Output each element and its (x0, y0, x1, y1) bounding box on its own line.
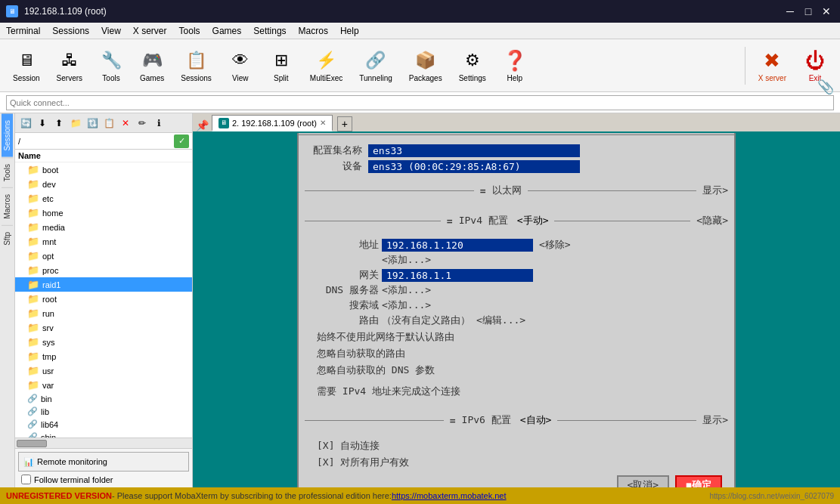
menu-settings[interactable]: Settings (247, 23, 292, 39)
ipv6-label[interactable]: IPv6 配置 (462, 413, 511, 427)
ipv4-label[interactable]: IPv4 配置 (459, 214, 508, 227)
tree-item-name: raid1 (42, 280, 60, 289)
menu-sessions[interactable]: Sessions (46, 23, 95, 39)
tree-item-var[interactable]: 📁 var (15, 378, 192, 392)
quick-connect-input[interactable] (6, 95, 834, 110)
tree-item-raid1[interactable]: 📁 raid1 (15, 277, 192, 292)
tools-button[interactable]: 🔧 Tools (92, 45, 130, 86)
tab-add-button[interactable]: + (337, 116, 352, 131)
copy-button[interactable]: 📋 (101, 116, 116, 131)
tree-item-lib64[interactable]: 🔗 lib64 (15, 418, 192, 431)
menu-macros[interactable]: Macros (293, 23, 334, 39)
refresh-button[interactable]: 🔄 (18, 116, 33, 131)
tree-item-boot[interactable]: 📁 boot (15, 162, 192, 177)
folder-icon: 📁 (27, 365, 39, 376)
servers-button[interactable]: 🖧 Servers (50, 45, 89, 86)
tree-item-lib[interactable]: 🔗 lib (15, 405, 192, 418)
follow-folder-checkbox[interactable] (21, 475, 31, 484)
gateway-value[interactable]: 192.168.1.1 (382, 269, 533, 282)
tab-main[interactable]: 🖥 2. 192.168.1.109 (root) ✕ (212, 115, 333, 131)
minimize-button[interactable]: ─ (783, 4, 798, 19)
session-button[interactable]: 🖥 Session (6, 45, 47, 86)
packages-button[interactable]: 📦 Packages (402, 45, 449, 86)
tree-item-media[interactable]: 📁 media (15, 220, 192, 234)
tree-item-etc[interactable]: 📁 etc (15, 191, 192, 206)
checkbox1[interactable]: 始终不使用此网络于默认认路由 (317, 331, 454, 342)
download-button[interactable]: ⬇ (35, 116, 50, 131)
tree-item-dev[interactable]: 📁 dev (15, 177, 192, 191)
checkbox3[interactable]: 忽略自动获取的 DNS 参数 (317, 364, 435, 376)
cancel-button[interactable]: <取消> (617, 475, 670, 487)
tree-item-name: sys (42, 338, 55, 347)
checkbox4[interactable]: 需要 IPv4 地址来完成这个连接 (317, 385, 460, 397)
menu-xserver[interactable]: X server (127, 23, 173, 39)
tools-side-label[interactable]: Tools (2, 157, 13, 187)
menu-help[interactable]: Help (334, 23, 365, 39)
config-name-label: 配置集名称 (305, 144, 365, 157)
settings-button[interactable]: ⚙ Settings (452, 45, 493, 86)
routing-edit-link[interactable]: <编辑...> (476, 314, 525, 327)
sftp-side-label[interactable]: Sftp (2, 225, 13, 252)
maximize-button[interactable]: □ (801, 4, 816, 19)
tree-item-sbin[interactable]: 🔗 sbin (15, 431, 192, 438)
view-button[interactable]: 👁 View (222, 45, 259, 86)
checkbox4-row: 需要 IPv4 地址来完成这个连接 (305, 383, 728, 400)
routing-value: （没有自定义路由） (382, 314, 470, 327)
tunneling-button[interactable]: 🔗 Tunneling (352, 45, 399, 86)
ipv4-method[interactable]: <手动> (517, 214, 549, 227)
ok-button[interactable]: ◼确定 (675, 475, 722, 487)
tree-item-srv[interactable]: 📁 srv (15, 320, 192, 335)
path-input[interactable]: / (18, 137, 174, 146)
checkbox2[interactable]: 忽略自动获取的路由 (317, 348, 405, 359)
menu-tools[interactable]: Tools (173, 23, 206, 39)
status-url[interactable]: https://mobaxterm.mobatek.net (392, 491, 507, 500)
close-button[interactable]: ✕ (819, 4, 834, 19)
address-remove-link[interactable]: <移除> (539, 238, 571, 252)
auto-connect-checkbox[interactable]: [X] 自动连接 (317, 440, 380, 451)
tree-item-usr[interactable]: 📁 usr (15, 363, 192, 378)
split-button[interactable]: ⊞ Split (262, 45, 300, 86)
ipv6-method[interactable]: <自动> (520, 413, 552, 427)
ipv6-show-link[interactable]: 显示> (702, 413, 728, 427)
info-button[interactable]: ℹ (151, 116, 166, 131)
address-value[interactable]: 192.168.1.120 (382, 239, 533, 252)
upload-button[interactable]: ⬆ (51, 116, 67, 131)
games-button[interactable]: 🎮 Games (133, 45, 171, 86)
search-add-link[interactable]: <添加...> (382, 298, 431, 312)
section-line-left (305, 190, 474, 191)
sessions-button[interactable]: 📋 Sessions (174, 45, 219, 86)
ethernet-show-link[interactable]: 显示> (702, 184, 728, 197)
menu-terminal[interactable]: Terminal (0, 23, 46, 39)
menu-view[interactable]: View (95, 23, 127, 39)
dns-add-link[interactable]: <添加...> (382, 283, 431, 297)
xserver-button[interactable]: ✖ X server (752, 45, 793, 86)
tree-item-run[interactable]: 📁 run (15, 306, 192, 320)
path-ok-button[interactable]: ✓ (174, 135, 189, 148)
help-button[interactable]: ❓ Help (496, 45, 534, 86)
address-add-link[interactable]: <添加...> (382, 253, 431, 267)
menu-games[interactable]: Games (206, 23, 248, 39)
tree-item-home[interactable]: 📁 home (15, 206, 192, 220)
scroll-thumb[interactable] (17, 440, 47, 447)
tree-item-mnt[interactable]: 📁 mnt (15, 234, 192, 249)
tree-item-tmp[interactable]: 📁 tmp (15, 349, 192, 363)
new-folder-button[interactable]: 📁 (68, 116, 83, 131)
horizontal-scrollbar[interactable] (15, 438, 192, 448)
tab-pin-icon[interactable]: 📌 (196, 119, 209, 131)
multiexec-button[interactable]: ⚡ MultiExec (303, 45, 349, 86)
sync-button[interactable]: 🔃 (85, 116, 100, 131)
tree-item-proc[interactable]: 📁 proc (15, 263, 192, 277)
sessions-side-label[interactable]: Sessions (2, 113, 13, 157)
all-users-checkbox[interactable]: [X] 对所有用户有效 (317, 456, 409, 468)
ipv4-hide-link[interactable]: <隐藏> (696, 214, 728, 227)
tab-close-button[interactable]: ✕ (320, 119, 326, 127)
tree-item-opt[interactable]: 📁 opt (15, 249, 192, 263)
tree-item-root[interactable]: 📁 root (15, 292, 192, 306)
remote-monitor-button[interactable]: 📊 Remote monitoring (18, 452, 189, 472)
rename-button[interactable]: ✏ (135, 116, 150, 131)
tree-item-sys[interactable]: 📁 sys (15, 335, 192, 349)
delete-button[interactable]: ✕ (118, 116, 133, 131)
ethernet-label[interactable]: 以太网 (492, 184, 522, 197)
macros-side-label[interactable]: Macros (2, 187, 13, 225)
tree-item-bin[interactable]: 🔗 bin (15, 392, 192, 405)
